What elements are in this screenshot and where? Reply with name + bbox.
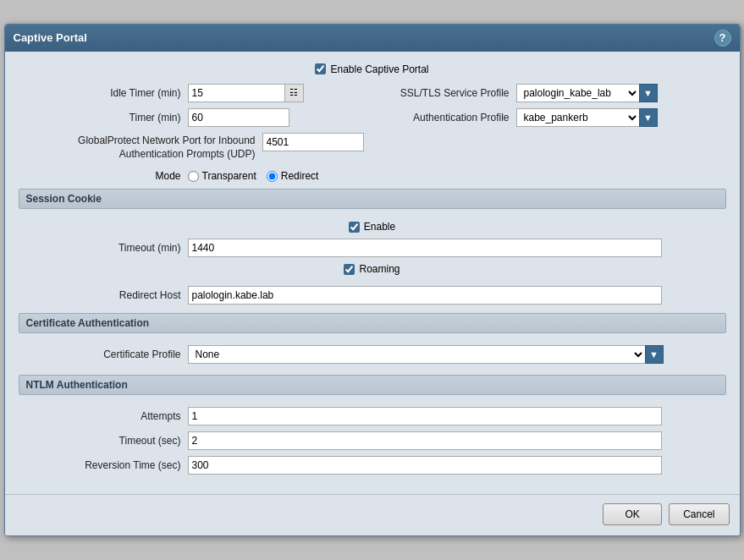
timer-row: Timer (min) bbox=[19, 108, 364, 127]
session-cookie-header: Session Cookie bbox=[19, 189, 726, 209]
mode-label: Mode bbox=[19, 170, 188, 182]
ntlm-timeout-input[interactable] bbox=[188, 431, 662, 450]
cert-auth-header: Certificate Authentication bbox=[19, 313, 726, 333]
timer-label: Timer (min) bbox=[19, 112, 188, 124]
bottom-buttons: OK Cancel bbox=[5, 494, 740, 535]
dialog-body: Enable Captive Portal Idle Timer (min) ☷… bbox=[5, 52, 740, 494]
title-bar: Captive Portal ? bbox=[5, 25, 740, 52]
auth-profile-select[interactable]: kabe_pankerb bbox=[516, 108, 639, 127]
ntlm-reversion-input[interactable] bbox=[188, 456, 662, 475]
enable-captive-portal-label[interactable]: Enable Captive Portal bbox=[315, 63, 428, 75]
auth-profile-label: Authentication Profile bbox=[381, 112, 516, 124]
cert-profile-select[interactable]: None bbox=[188, 345, 645, 364]
captive-portal-dialog: Captive Portal ? Enable Captive Portal I… bbox=[4, 24, 741, 536]
mode-options: Transparent Redirect bbox=[188, 170, 319, 182]
enable-captive-portal-checkbox[interactable] bbox=[315, 63, 326, 74]
session-cookie-timeout-input[interactable] bbox=[188, 239, 662, 257]
gp-port-input[interactable] bbox=[262, 133, 364, 151]
session-cookie-timeout-row: Timeout (min) bbox=[19, 239, 726, 257]
ssl-tls-select[interactable]: palologin_kabe_lab bbox=[516, 84, 639, 102]
timer-input[interactable] bbox=[188, 108, 289, 127]
cancel-button[interactable]: Cancel bbox=[669, 503, 729, 525]
ntlm-attempts-input[interactable] bbox=[188, 407, 662, 425]
redirect-host-row: Redirect Host bbox=[19, 286, 726, 305]
cert-profile-dropdown-wrapper: None ▼ bbox=[188, 345, 664, 364]
ssl-tls-dropdown-btn[interactable]: ▼ bbox=[639, 84, 658, 102]
gp-port-row: GlobalProtect Network Port for Inbound A… bbox=[19, 133, 364, 161]
ntlm-attempts-row: Attempts bbox=[19, 407, 726, 425]
gp-port-label: GlobalProtect Network Port for Inbound A… bbox=[19, 133, 262, 161]
redirect-host-label: Redirect Host bbox=[19, 289, 188, 301]
auth-profile-dropdown-wrapper: kabe_pankerb ▼ bbox=[516, 108, 658, 127]
cert-profile-label: Certificate Profile bbox=[19, 349, 188, 360]
roaming-row: Roaming bbox=[19, 263, 726, 275]
redirect-host-input[interactable] bbox=[188, 286, 662, 305]
mode-redirect-option[interactable]: Redirect bbox=[267, 170, 319, 182]
left-column: Idle Timer (min) ☷ Timer (min) GlobalPro… bbox=[19, 84, 364, 167]
ntlm-attempts-label: Attempts bbox=[19, 410, 188, 422]
roaming-checkbox[interactable] bbox=[344, 264, 355, 275]
roaming-label[interactable]: Roaming bbox=[344, 263, 400, 275]
ssl-tls-dropdown-wrapper: palologin_kabe_lab ▼ bbox=[516, 84, 658, 102]
cert-profile-row: Certificate Profile None ▼ bbox=[19, 345, 726, 364]
right-column: SSL/TLS Service Profile palologin_kabe_l… bbox=[381, 84, 726, 167]
idle-timer-input-wrapper: ☷ bbox=[188, 84, 304, 102]
idle-timer-label: Idle Timer (min) bbox=[19, 87, 188, 99]
session-cookie-enable-label[interactable]: Enable bbox=[349, 221, 395, 233]
ntlm-timeout-label: Timeout (sec) bbox=[19, 435, 188, 447]
ssl-tls-label: SSL/TLS Service Profile bbox=[381, 87, 516, 99]
help-icon[interactable]: ? bbox=[714, 30, 731, 47]
ntlm-reversion-label: Reversion Time (sec) bbox=[19, 459, 188, 471]
mode-redirect-radio[interactable] bbox=[267, 171, 278, 182]
session-cookie-body: Enable Timeout (min) Roaming bbox=[19, 216, 726, 286]
mode-transparent-option[interactable]: Transparent bbox=[188, 170, 256, 182]
cert-auth-body: Certificate Profile None ▼ bbox=[19, 340, 726, 375]
mode-row: Mode Transparent Redirect bbox=[19, 170, 726, 182]
session-cookie-enable-row: Enable bbox=[19, 221, 726, 233]
cert-profile-dropdown-btn[interactable]: ▼ bbox=[645, 345, 664, 364]
ntlm-timeout-row: Timeout (sec) bbox=[19, 431, 726, 450]
ntlm-auth-body: Attempts Timeout (sec) Reversion Time (s… bbox=[19, 402, 726, 486]
session-cookie-enable-checkbox[interactable] bbox=[349, 222, 360, 233]
idle-timer-btn[interactable]: ☷ bbox=[285, 84, 304, 102]
ntlm-reversion-row: Reversion Time (sec) bbox=[19, 456, 726, 475]
ssl-tls-row: SSL/TLS Service Profile palologin_kabe_l… bbox=[381, 84, 726, 102]
dialog-title: Captive Portal bbox=[14, 31, 87, 44]
mode-transparent-radio[interactable] bbox=[188, 171, 199, 182]
enable-captive-portal-row: Enable Captive Portal bbox=[19, 63, 726, 75]
session-cookie-timeout-label: Timeout (min) bbox=[19, 242, 188, 254]
auth-profile-row: Authentication Profile kabe_pankerb ▼ bbox=[381, 108, 726, 127]
ok-button[interactable]: OK bbox=[603, 503, 662, 525]
ntlm-auth-header: NTLM Authentication bbox=[19, 375, 726, 395]
idle-timer-row: Idle Timer (min) ☷ bbox=[19, 84, 364, 102]
auth-profile-dropdown-btn[interactable]: ▼ bbox=[639, 108, 658, 127]
idle-timer-input[interactable] bbox=[188, 84, 285, 102]
